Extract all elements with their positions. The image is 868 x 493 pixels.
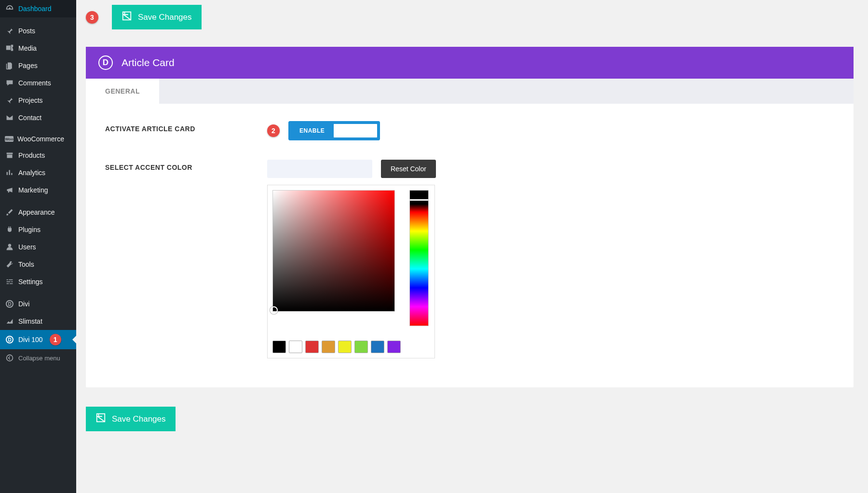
bars-icon	[5, 168, 14, 178]
enable-toggle[interactable]: ENABLE	[288, 121, 380, 140]
divi-logo-icon: D	[98, 55, 113, 70]
sidebar-item-products[interactable]: Products	[0, 147, 76, 164]
sidebar-item-label: Projects	[18, 96, 43, 104]
sidebar-item-label: Collapse menu	[18, 355, 60, 362]
wrench-icon	[5, 260, 14, 269]
divi-icon: D	[5, 299, 14, 309]
save-button-label: Save Changes	[138, 13, 192, 22]
swatch-black[interactable]	[272, 341, 286, 353]
swatch-purple[interactable]	[387, 341, 401, 353]
annotation-2: 2	[267, 124, 280, 137]
sidebar-item-appearance[interactable]: Appearance	[0, 204, 76, 221]
sidebar-item-label: Settings	[18, 278, 43, 286]
panel-header: D Article Card	[86, 47, 854, 79]
sliders-icon	[5, 277, 14, 287]
sidebar-item-divi[interactable]: D Divi	[0, 295, 76, 313]
save-icon	[122, 11, 132, 24]
save-button-label: Save Changes	[112, 414, 166, 424]
sidebar-item-label: Divi	[18, 300, 29, 308]
dashboard-icon	[5, 4, 14, 14]
swatch-yellow[interactable]	[338, 341, 352, 353]
sidebar-item-analytics[interactable]: Analytics	[0, 164, 76, 181]
sidebar-item-label: Users	[18, 243, 36, 251]
annotation-1: 1	[50, 334, 61, 345]
mail-icon	[5, 113, 14, 123]
sidebar-item-label: WooCommerce	[17, 135, 64, 143]
save-changes-button-top[interactable]: Save Changes	[112, 5, 202, 29]
sidebar-item-label: Dashboard	[18, 5, 52, 13]
sidebar-item-label: Appearance	[18, 208, 55, 216]
sidebar-item-label: Tools	[18, 260, 34, 268]
panel-tabs: GENERAL	[86, 79, 854, 104]
megaphone-icon	[5, 185, 14, 195]
save-changes-button-bottom[interactable]: Save Changes	[86, 407, 176, 431]
media-icon	[5, 43, 14, 53]
pages-icon	[5, 61, 14, 70]
sidebar-item-label: Plugins	[18, 226, 41, 233]
sidebar-collapse-menu[interactable]: Collapse menu	[0, 349, 76, 367]
annotation-3: 3	[86, 11, 98, 24]
panel-body: ACTIVATE ARTICLE CARD 2 ENABLE SELECT AC…	[86, 104, 854, 387]
sidebar-item-projects[interactable]: Projects	[0, 92, 76, 109]
activate-article-card-label: ACTIVATE ARTICLE CARD	[105, 121, 267, 133]
divi-icon: D	[5, 335, 14, 344]
swatch-blue[interactable]	[371, 341, 384, 353]
swatch-green[interactable]	[354, 341, 368, 353]
toggle-knob	[333, 123, 378, 138]
svg-point-0	[8, 244, 11, 247]
archive-icon	[5, 151, 14, 160]
brush-icon	[5, 207, 14, 217]
sidebar-item-dashboard[interactable]: Dashboard	[0, 0, 76, 17]
panel-title: Article Card	[122, 57, 175, 68]
sidebar-item-label: Slimstat	[18, 317, 42, 325]
sidebar-item-comments[interactable]: Comments	[0, 74, 76, 92]
sidebar-item-pages[interactable]: Pages	[0, 57, 76, 74]
sidebar-item-divi-100[interactable]: D Divi 100 1	[0, 330, 76, 349]
sidebar-item-label: Comments	[18, 79, 51, 87]
sidebar-item-contact[interactable]: Contact	[0, 109, 76, 126]
sidebar-item-posts[interactable]: Posts	[0, 22, 76, 40]
article-card-panel: D Article Card GENERAL ACTIVATE ARTICLE …	[86, 47, 854, 387]
pin-icon	[5, 96, 14, 105]
sidebar-item-users[interactable]: Users	[0, 238, 76, 256]
accent-color-input[interactable]	[267, 160, 372, 178]
sidebar-item-marketing[interactable]: Marketing	[0, 181, 76, 199]
admin-sidebar: Dashboard Posts Media Pages Comments Pro…	[0, 0, 76, 493]
save-icon	[95, 412, 106, 425]
main-content: 3 Save Changes D Article Card GENERAL AC…	[76, 0, 868, 493]
sidebar-item-tools[interactable]: Tools	[0, 256, 76, 273]
woocommerce-icon: Woo	[5, 136, 14, 142]
swatch-orange[interactable]	[322, 341, 335, 353]
sidebar-item-label: Marketing	[18, 186, 48, 194]
sidebar-item-label: Pages	[18, 62, 38, 69]
saturation-picker[interactable]	[272, 190, 395, 312]
color-swatches	[272, 341, 430, 353]
sidebar-item-label: Analytics	[18, 169, 45, 177]
collapse-icon	[5, 353, 14, 363]
toggle-enable-label: ENABLE	[291, 123, 333, 138]
sidebar-item-label: Products	[18, 151, 45, 159]
hue-slider[interactable]	[409, 190, 429, 326]
comment-icon	[5, 78, 14, 88]
sidebar-item-label: Posts	[18, 27, 35, 35]
sidebar-item-media[interactable]: Media	[0, 40, 76, 57]
tab-general[interactable]: GENERAL	[86, 79, 159, 104]
sidebar-item-plugins[interactable]: Plugins	[0, 221, 76, 238]
sidebar-item-label: Contact	[18, 114, 41, 122]
swatch-white[interactable]	[289, 341, 302, 353]
pin-icon	[5, 26, 14, 36]
swatch-red[interactable]	[305, 341, 319, 353]
sidebar-item-slimstat[interactable]: Slimstat	[0, 313, 76, 330]
sidebar-item-settings[interactable]: Settings	[0, 273, 76, 290]
sidebar-item-label: Media	[18, 44, 37, 52]
user-icon	[5, 242, 14, 252]
reset-color-button[interactable]: Reset Color	[381, 160, 436, 178]
sidebar-item-label: Divi 100	[18, 336, 43, 343]
select-accent-color-label: SELECT ACCENT COLOR	[105, 160, 267, 171]
svg-point-1	[7, 355, 13, 361]
chart-icon	[5, 316, 14, 326]
plug-icon	[5, 225, 14, 234]
sidebar-item-woocommerce[interactable]: Woo WooCommerce	[0, 131, 76, 147]
color-picker	[267, 185, 435, 358]
